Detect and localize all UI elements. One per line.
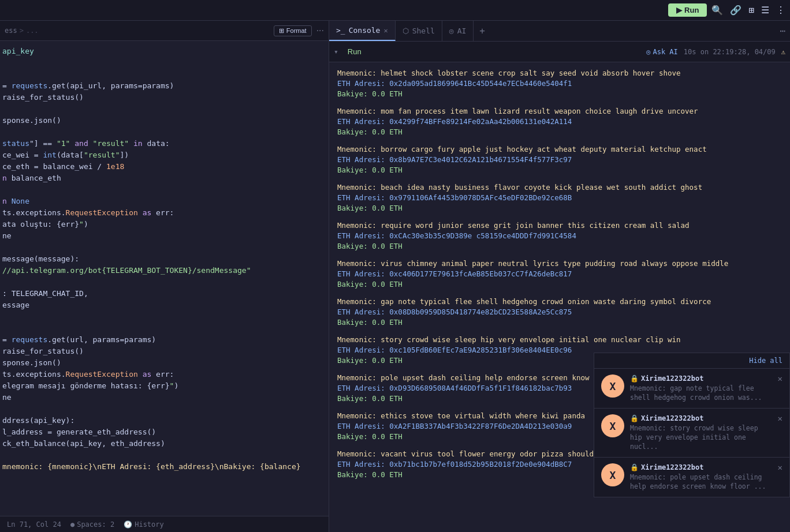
lock-icon-1: 🔒 [630, 374, 639, 383]
ai-tab-label: AI [457, 27, 467, 35]
links-icon[interactable]: 🔗 [730, 5, 741, 16]
output-balance: Bakiye: 0.0 ETH [337, 241, 782, 252]
notification-card-2: X 🔒 Xirime122322bot Mnemonic: story crow… [594, 409, 790, 458]
notif-text-2: Mnemonic: story crowd wise sleep hip ver… [630, 424, 772, 451]
code-line: ts.exceptions.RequestException as err: [0, 369, 329, 380]
menu-icon[interactable]: ☰ [761, 5, 769, 16]
code-line [0, 242, 329, 253]
code-line: raise_for_status() [0, 346, 329, 357]
notification-card-3: X 🔒 Xirime122322bot Mnemonic: pole upset… [594, 458, 790, 497]
tabs-right: ⋯ [775, 21, 790, 41]
code-line: sponse.json() [0, 357, 329, 369]
run-button[interactable]: Run [343, 46, 366, 57]
code-line [0, 323, 329, 334]
output-balance: Bakiye: 0.0 ETH [337, 279, 782, 290]
tab-shell[interactable]: ⬡ Shell [396, 21, 442, 41]
code-line: ata oluştu: {err}") [0, 219, 329, 230]
editor-header: ess > ... ⊞ Format ··· [0, 21, 329, 41]
notif-bot-name-1: 🔒 Xirime122322bot [630, 374, 772, 383]
breadcrumb-sep: > [20, 27, 24, 35]
search-icon[interactable]: 🔍 [711, 5, 723, 16]
add-tab-button[interactable]: + [474, 21, 491, 41]
breadcrumb-ellipsis: ... [26, 27, 39, 35]
format-button[interactable]: ⊞ Format [274, 25, 312, 36]
notif-close-3[interactable]: ✕ [778, 463, 782, 471]
expand-icon[interactable]: ▾ [334, 47, 338, 56]
output-mnemonic: Mnemonic: beach idea nasty business flav… [337, 182, 782, 193]
output-address: ETH Adresi: 0x4299f74BFFe89214Fe02aAa42b… [337, 117, 782, 127]
notif-text-1: Mnemonic: gap note typical flee shell he… [630, 384, 772, 402]
output-block: Mnemonic: mom fan process item lawn liza… [337, 106, 782, 137]
tab-console[interactable]: >_ Console ✕ [329, 21, 396, 41]
output-address: ETH Adresi: 0x08D8b0959D85D418774e82bCD2… [337, 307, 782, 317]
code-line: ck_eth_balance(api_key, eth_address) [0, 438, 329, 449]
editor-body[interactable]: api_key = requests.get(api_url, params=p… [0, 41, 329, 516]
console-toolbar: ▾ Run ◎ Ask AI 10s on 22:19:28, 04/09 ⚠ [329, 42, 790, 62]
warning-icon[interactable]: ⚠ [781, 48, 785, 56]
notif-text-3: Mnemonic: pole upset dash ceiling help e… [630, 473, 772, 491]
history-status[interactable]: 🕐 History [124, 520, 164, 529]
code-line: sponse.json() [0, 115, 329, 126]
ask-ai-label: Ask AI [653, 48, 677, 56]
output-mnemonic: Mnemonic: require word junior sense grit… [337, 220, 782, 231]
format-label: Format [286, 27, 307, 34]
output-mnemonic: Mnemonic: virus chimney animal paper neu… [337, 258, 782, 269]
history-icon: 🕐 [124, 520, 132, 529]
lock-icon-2: 🔒 [630, 414, 639, 422]
code-line [0, 103, 329, 115]
lock-icon-3: 🔒 [630, 463, 639, 471]
history-label: History [135, 520, 164, 529]
notif-close-2[interactable]: ✕ [778, 414, 782, 422]
console-tab-close[interactable]: ✕ [383, 27, 387, 35]
notif-avatar-2: X [601, 414, 624, 437]
code-line: mnemonic: {mnemonic}\nETH Adresi: {eth_a… [0, 461, 329, 473]
editor-more-button[interactable]: ··· [316, 25, 324, 36]
output-mnemonic: Mnemonic: helmet shock lobster scene cro… [337, 68, 782, 78]
spaces-label: Spaces: 2 [77, 520, 114, 529]
notif-close-1[interactable]: ✕ [778, 374, 782, 383]
output-block: Mnemonic: helmet shock lobster scene cro… [337, 68, 782, 99]
left-panel: ess > ... ⊞ Format ··· api_key = request… [0, 21, 329, 532]
line-col-status: Ln 71, Col 24 [7, 520, 61, 529]
run-top-button[interactable]: ▶ Run [668, 3, 707, 17]
shell-icon: ⬡ [403, 27, 409, 35]
notifications-header: Hide all [594, 353, 790, 369]
output-address: ETH Adresi: 0xCAc30e3b35c9D389e c58159ce… [337, 231, 782, 241]
notifications-overlay: Hide all X 🔒 Xirime122322bot Mnemonic: g… [594, 353, 790, 497]
editor-header-right: ⊞ Format ··· [274, 25, 324, 36]
spaces-status: ● Spaces: 2 [70, 520, 114, 529]
code-line: api_key [0, 46, 329, 57]
code-line: ce_eth = balance_wei / 1e18 [0, 161, 329, 173]
tab-ai[interactable]: ◎ AI [442, 21, 474, 41]
code-line [0, 57, 329, 69]
display-icon[interactable]: ⊞ [748, 5, 754, 16]
code-line: ts.exceptions.RequestException as err: [0, 207, 329, 219]
output-address: ETH Adresi: 0x8b9A7E7C3e4012C62A121b4671… [337, 155, 782, 165]
code-line [0, 311, 329, 323]
format-icon: ⊞ [279, 27, 284, 35]
dot-separator: ● [70, 520, 74, 529]
notif-avatar-1: X [601, 374, 624, 398]
code-line: = requests.get(url, params=params) [0, 334, 329, 346]
editor-status-bar: Ln 71, Col 24 ● Spaces: 2 🕐 History [0, 516, 329, 532]
console-toolbar-right: ◎ Ask AI 10s on 22:19:28, 04/09 ⚠ [646, 48, 785, 56]
code-line: : TELEGRAM_CHAT_ID, [0, 288, 329, 299]
output-block: Mnemonic: virus chimney animal paper neu… [337, 258, 782, 290]
output-block: Mnemonic: gap note typical flee shell he… [337, 297, 782, 328]
output-balance: Bakiye: 0.0 ETH [337, 317, 782, 328]
code-line: ne [0, 230, 329, 242]
output-mnemonic: Mnemonic: gap note typical flee shell he… [337, 297, 782, 307]
ai-icon: ◎ [449, 27, 454, 35]
code-line: = requests.get(api_url, params=params) [0, 80, 329, 92]
notif-bot-name-3: 🔒 Xirime122322bot [630, 463, 772, 471]
output-address: ETH Adresi: 0x2da095ad18699641Bc45D544e7… [337, 78, 782, 89]
more-icon[interactable]: ⋮ [776, 5, 785, 16]
hide-all-button[interactable]: Hide all [749, 357, 782, 365]
notification-card-1: X 🔒 Xirime122322bot Mnemonic: gap note t… [594, 369, 790, 409]
code-line: ce_wei = int(data["result"]) [0, 149, 329, 161]
output-balance: Bakiye: 0.0 ETH [337, 165, 782, 175]
tabs-more-button[interactable]: ⋯ [780, 25, 785, 36]
ask-ai-button[interactable]: ◎ Ask AI [646, 48, 678, 56]
console-icon: >_ [336, 26, 345, 35]
line-content: api_key [0, 46, 329, 57]
